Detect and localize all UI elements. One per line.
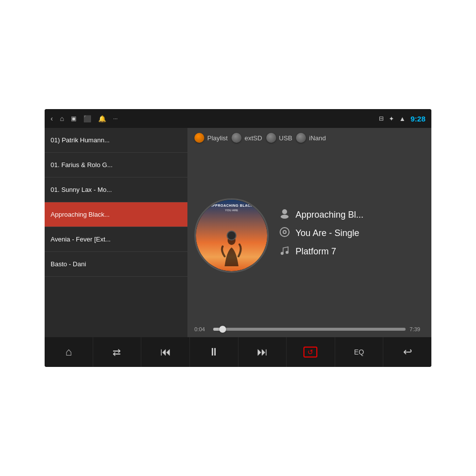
artist-row: Approaching Bl... (279, 208, 424, 222)
progress-thumb[interactable] (219, 326, 226, 333)
eq-label: EQ (354, 348, 364, 356)
svg-point-3 (280, 228, 289, 237)
album-row: You Are - Single (279, 227, 424, 240)
track-info: Approaching Bl... You Are - Single (279, 208, 424, 263)
progress-container: 0:04 7:39 (194, 326, 424, 332)
playlist-dot (194, 133, 204, 143)
repeat-icon: ↺ (303, 347, 317, 357)
controls-bar: ⌂ ⇄ ⏮ ⏸ ⏭ ↺ EQ ↩ (45, 337, 431, 367)
album-name: You Are - Single (296, 228, 359, 238)
inand-dot (296, 133, 306, 143)
wifi-icon: ▲ (399, 115, 406, 122)
playlist-item-4-active[interactable]: Approaching Black... (45, 202, 187, 227)
source-tab-inand[interactable]: iNand (296, 133, 326, 143)
prev-button[interactable]: ⏮ (141, 337, 190, 367)
prev-icon: ⏮ (160, 346, 171, 358)
usb-dot (266, 133, 276, 143)
source-tab-usb[interactable]: USB (266, 133, 293, 143)
status-bar: ‹ ⌂ ▣ ⬛ 🔔 ··· ⊟ ✦ ▲ 9:28 (45, 109, 431, 128)
source-tab-playlist[interactable]: Playlist (194, 133, 228, 143)
playlist-item-3[interactable]: 01. Sunny Lax - Mo... (45, 178, 187, 202)
playlist-item-5[interactable]: Avenia - Fever [Ext... (45, 227, 187, 252)
extsd-dot (232, 133, 241, 143)
status-bar-left: ‹ ⌂ ▣ ⬛ 🔔 ··· (51, 115, 118, 122)
home-button[interactable]: ⌂ (45, 337, 93, 367)
home-icon[interactable]: ⌂ (60, 115, 64, 122)
playlist-item-2[interactable]: 01. Farius & Rolo G... (45, 153, 187, 178)
album-icon (279, 227, 291, 240)
playlist-sidebar: 01) Patrik Humann... 01. Farius & Rolo G… (45, 128, 187, 337)
svg-point-6 (286, 251, 289, 254)
music-icon (279, 245, 291, 258)
status-time: 9:28 (411, 115, 425, 123)
shuffle-icon: ⇄ (113, 346, 121, 358)
main-content: 01) Patrik Humann... 01. Farius & Rolo G… (45, 128, 431, 337)
inand-label: iNand (309, 134, 326, 142)
source-tab-extsd[interactable]: extSD (232, 133, 262, 143)
next-button[interactable]: ⏭ (238, 337, 287, 367)
home-ctrl-icon: ⌂ (65, 346, 72, 358)
bluetooth-icon: ✦ (389, 115, 394, 122)
repeat-button[interactable]: ↺ (287, 337, 335, 367)
usb-label: USB (279, 134, 293, 142)
album-art-inner: APPROACHING BLACK YOU ARE (196, 200, 267, 271)
camera-icon[interactable]: ⬛ (83, 115, 91, 122)
svg-point-2 (281, 215, 289, 219)
extsd-label: extSD (244, 134, 262, 142)
back-ctrl-button[interactable]: ↩ (383, 337, 431, 367)
shuffle-button[interactable]: ⇄ (93, 337, 142, 367)
cast-icon: ⊟ (379, 115, 384, 122)
pause-icon: ⏸ (208, 346, 219, 358)
pause-button[interactable]: ⏸ (190, 337, 238, 367)
playlist-label: Playlist (207, 134, 228, 142)
album-art: APPROACHING BLACK YOU ARE (194, 198, 269, 273)
playlist-item-1[interactable]: 01) Patrik Humann... (45, 128, 187, 153)
svg-point-4 (283, 231, 286, 234)
artist-icon (279, 208, 291, 222)
status-bar-right: ⊟ ✦ ▲ 9:28 (379, 115, 425, 123)
album-center-hole (227, 231, 237, 240)
source-tabs: Playlist extSD USB iNand (194, 133, 424, 143)
progress-bar[interactable] (213, 328, 406, 331)
eq-button[interactable]: EQ (335, 337, 384, 367)
next-icon: ⏭ (257, 346, 268, 358)
recents-icon[interactable]: ▣ (71, 115, 76, 122)
artist-name: Approaching Bl... (296, 210, 363, 220)
more-icon[interactable]: ··· (113, 116, 118, 121)
svg-point-5 (281, 252, 284, 255)
now-playing: APPROACHING BLACK YOU ARE (194, 149, 424, 322)
album-art-top-text: APPROACHING BLACK (196, 204, 267, 207)
genre-name: Platform 7 (296, 246, 336, 257)
genre-row: Platform 7 (279, 245, 424, 258)
total-time: 7:39 (410, 326, 424, 332)
svg-point-1 (282, 209, 287, 214)
current-time: 0:04 (194, 326, 209, 332)
back-icon[interactable]: ‹ (51, 115, 53, 122)
back-ctrl-icon: ↩ (403, 346, 412, 358)
bag-icon[interactable]: 🔔 (98, 115, 106, 122)
playlist-item-6[interactable]: Basto - Dani (45, 252, 187, 277)
album-art-sub-text: YOU ARE (196, 209, 267, 212)
player-panel: Playlist extSD USB iNand (187, 128, 431, 337)
